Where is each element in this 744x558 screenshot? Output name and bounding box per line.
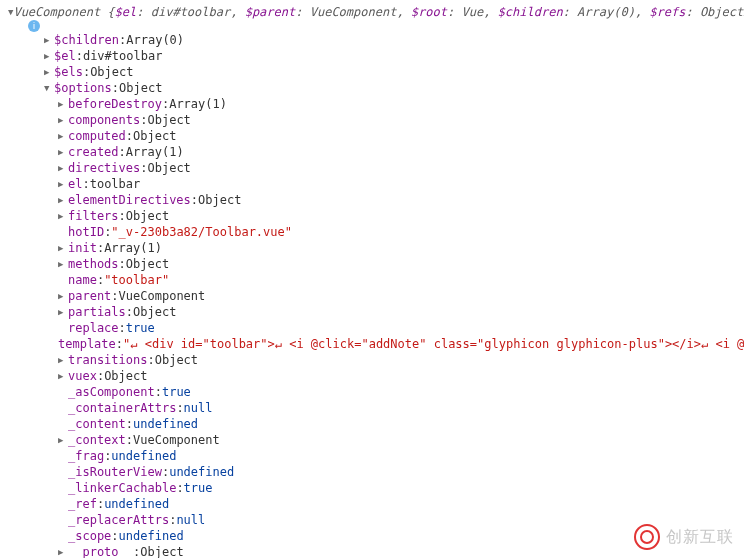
property-value: undefined [133, 416, 198, 432]
expand-arrow-icon[interactable]: ▶ [58, 544, 68, 558]
colon: : [97, 368, 104, 384]
property-key: directives [68, 160, 140, 176]
colon: : [82, 176, 89, 192]
colon: : [76, 48, 83, 64]
property-row[interactable]: ▶el: toolbar [8, 176, 736, 192]
property-row[interactable]: ▶__proto__: Object [8, 544, 736, 558]
property-row: hotID: "_v-230b3a82/Toolbar.vue" [8, 224, 736, 240]
expand-arrow-icon[interactable]: ▶ [58, 208, 68, 224]
info-row: i [8, 20, 736, 32]
property-value: Object [126, 256, 169, 272]
property-key: el [68, 176, 82, 192]
expand-arrow-icon[interactable]: ▶ [58, 112, 68, 128]
property-row[interactable]: ▶elementDirectives: Object [8, 192, 736, 208]
property-value: VueComponent [133, 432, 220, 448]
property-row[interactable]: ▶transitions: Object [8, 352, 736, 368]
colon: : [119, 320, 126, 336]
property-row[interactable]: ▶parent: VueComponent [8, 288, 736, 304]
expand-arrow-icon[interactable]: ▶ [58, 96, 68, 112]
property-key: $children [54, 32, 119, 48]
property-value: Array(0) [126, 32, 184, 48]
expand-arrow-icon[interactable]: ▶ [58, 192, 68, 208]
property-row[interactable]: ▶filters: Object [8, 208, 736, 224]
property-row: template: "↵ <div id="toolbar">↵ <i @cli… [8, 336, 736, 352]
expand-arrow-icon[interactable]: ▶ [58, 176, 68, 192]
colon: : [176, 400, 183, 416]
expand-arrow-icon[interactable]: ▶ [58, 128, 68, 144]
colon: : [97, 240, 104, 256]
expand-arrow-icon[interactable]: ▶ [44, 48, 54, 64]
property-row[interactable]: ▶$els: Object [8, 64, 736, 80]
property-key: name [68, 272, 97, 288]
property-key: _ref [68, 496, 97, 512]
property-row[interactable]: ▶beforeDestroy: Array(1) [8, 96, 736, 112]
collapse-arrow-icon[interactable]: ▼ [44, 80, 54, 96]
expand-arrow-icon[interactable]: ▶ [58, 160, 68, 176]
property-key: _linkerCachable [68, 480, 176, 496]
expand-arrow-icon[interactable]: ▶ [58, 144, 68, 160]
property-key: computed [68, 128, 126, 144]
property-value: VueComponent [119, 288, 206, 304]
property-row[interactable]: ▼$options: Object [8, 80, 736, 96]
property-row[interactable]: ▶_context: VueComponent [8, 432, 736, 448]
property-row[interactable]: ▶init: Array(1) [8, 240, 736, 256]
expand-arrow-icon[interactable]: ▶ [58, 304, 68, 320]
expand-arrow-icon[interactable]: ▶ [58, 352, 68, 368]
colon: : [162, 96, 169, 112]
property-key: filters [68, 208, 119, 224]
property-row[interactable]: ▶$children: Array(0) [8, 32, 736, 48]
property-key: $els [54, 64, 83, 80]
property-value: true [126, 320, 155, 336]
property-row[interactable]: ▶vuex: Object [8, 368, 736, 384]
property-value: Array(1) [104, 240, 162, 256]
property-value: Object [147, 160, 190, 176]
colon: : [111, 288, 118, 304]
property-value: true [162, 384, 191, 400]
property-key: _isRouterView [68, 464, 162, 480]
property-key: vuex [68, 368, 97, 384]
property-key: _context [68, 432, 126, 448]
property-key: partials [68, 304, 126, 320]
property-key: _frag [68, 448, 104, 464]
colon: : [97, 272, 104, 288]
property-row[interactable]: ▶partials: Object [8, 304, 736, 320]
property-value: div#toolbar [83, 48, 162, 64]
colon: : [119, 208, 126, 224]
property-value: Object [155, 352, 198, 368]
expand-arrow-icon[interactable]: ▶ [58, 368, 68, 384]
expand-arrow-icon[interactable]: ▶ [58, 256, 68, 272]
expand-arrow-icon[interactable]: ▶ [58, 288, 68, 304]
colon: : [126, 304, 133, 320]
property-value: Object [90, 64, 133, 80]
colon: : [116, 336, 123, 352]
expand-arrow-icon[interactable]: ▶ [58, 240, 68, 256]
property-row: replace: true [8, 320, 736, 336]
property-row[interactable]: ▶methods: Object [8, 256, 736, 272]
property-row[interactable]: ▶computed: Object [8, 128, 736, 144]
property-key: _content [68, 416, 126, 432]
expand-arrow-icon[interactable]: ▶ [44, 32, 54, 48]
property-row: _content: undefined [8, 416, 736, 432]
property-key: created [68, 144, 119, 160]
property-row[interactable]: ▶$el: div#toolbar [8, 48, 736, 64]
property-row[interactable]: ▶created: Array(1) [8, 144, 736, 160]
colon: : [83, 64, 90, 80]
expand-arrow-icon[interactable]: ▶ [44, 64, 54, 80]
property-row[interactable]: ▶directives: Object [8, 160, 736, 176]
property-row[interactable]: ▶components: Object [8, 112, 736, 128]
property-value: undefined [169, 464, 234, 480]
property-key: _replacerAttrs [68, 512, 169, 528]
info-icon[interactable]: i [28, 20, 40, 32]
expand-arrow-icon[interactable]: ▶ [58, 432, 68, 448]
property-value: null [176, 512, 205, 528]
colon: : [133, 544, 140, 558]
property-key: $options [54, 80, 112, 96]
property-value: Array(1) [126, 144, 184, 160]
property-key: methods [68, 256, 119, 272]
property-key: __proto__ [68, 544, 133, 558]
colon: : [111, 528, 118, 544]
property-value: Object [133, 304, 176, 320]
colon: : [112, 80, 119, 96]
object-summary-row[interactable]: ▼ VueComponent {$el: div#toolbar, $paren… [8, 4, 736, 20]
property-row: _replacerAttrs: null [8, 512, 736, 528]
